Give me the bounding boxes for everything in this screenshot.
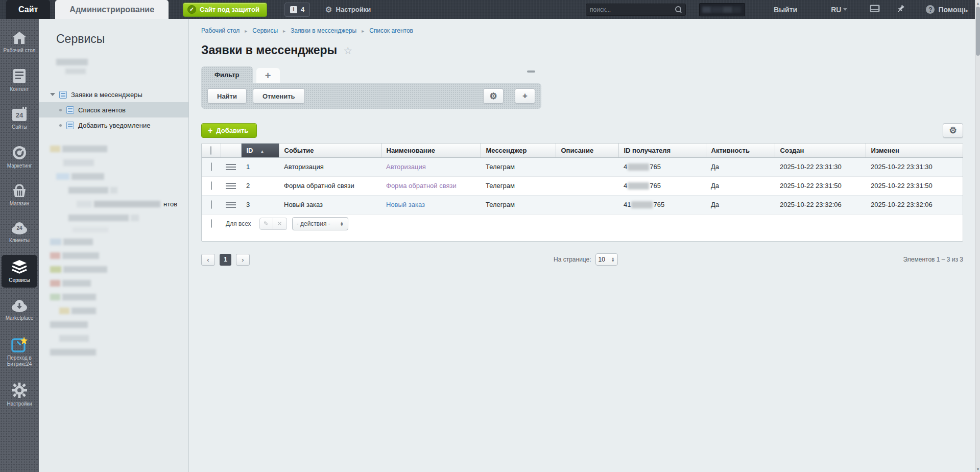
next-page-button[interactable]: › xyxy=(236,254,250,266)
cell-name-link[interactable]: Форма обратной связи xyxy=(386,182,457,190)
row-checkbox[interactable] xyxy=(211,162,212,171)
filter-add-field-button[interactable]: + xyxy=(515,88,535,104)
pin-icon[interactable] xyxy=(896,4,905,15)
row-menu-icon[interactable] xyxy=(226,202,236,208)
delete-button[interactable]: ✕ xyxy=(273,218,287,230)
notifications-button[interactable]: i 4 xyxy=(284,3,310,17)
grid-settings-button[interactable]: ⚙ xyxy=(943,123,963,138)
rail-item-desktop[interactable]: Рабочий стол xyxy=(2,26,37,58)
scroll-down-icon[interactable]: ▼ xyxy=(975,466,980,472)
rail-item-services[interactable]: Сервисы xyxy=(2,255,37,288)
cell-id: 3 xyxy=(241,195,279,214)
cell-event: Форма обратной связи xyxy=(279,176,381,195)
sidebar-title: Сервисы xyxy=(56,32,188,46)
row-checkbox[interactable] xyxy=(211,181,212,190)
row-menu-icon[interactable] xyxy=(226,183,236,189)
vertical-scrollbar[interactable]: ▲ ▼ xyxy=(975,0,980,472)
rail-item-shop[interactable]: Магазин xyxy=(2,179,37,211)
column-header-description[interactable]: Описание xyxy=(556,144,618,157)
rail-item-settings[interactable]: Настройки xyxy=(2,377,37,411)
add-button[interactable]: + Добавить xyxy=(201,123,257,138)
column-header-recipient[interactable]: ID получателя xyxy=(618,144,706,157)
rail-item-marketplace[interactable]: Marketplace xyxy=(2,295,37,325)
top-bar: Сайт Администрирование ✓ Сайт под защито… xyxy=(0,0,980,19)
tree-item-agents[interactable]: Список агентов xyxy=(39,102,188,117)
language-switcher[interactable]: RU xyxy=(831,6,847,14)
breadcrumb-link[interactable]: Заявки в мессенджеры xyxy=(291,27,356,34)
breadcrumb-link[interactable]: Сервисы xyxy=(252,27,278,34)
search-input[interactable] xyxy=(590,6,675,13)
find-button[interactable]: Найти xyxy=(207,88,247,104)
cell-modified: 2025-10-22 23:32:06 xyxy=(866,195,963,214)
for-all-checkbox[interactable] xyxy=(211,219,212,228)
table-row[interactable]: 1 Авторизация Авторизация Телеграм 4765 … xyxy=(202,157,963,176)
filter-tab[interactable]: Фильтр xyxy=(201,66,253,83)
target-icon xyxy=(12,145,27,160)
site-protected-label: Сайт под защитой xyxy=(200,6,259,13)
tree-item-parent[interactable]: Заявки в мессенджеры xyxy=(39,87,188,102)
rail-item-bitrix24[interactable]: Переход в Битрикс24 xyxy=(2,332,37,371)
breadcrumb-link[interactable]: Список агентов xyxy=(369,27,413,34)
rail-label: Рабочий стол xyxy=(3,48,37,54)
topbar-settings-label: Настройки xyxy=(336,6,371,13)
cell-created: 2025-10-22 23:31:30 xyxy=(775,157,866,176)
table-row[interactable]: 2 Форма обратной связи Форма обратной св… xyxy=(202,176,963,195)
tree-item-add-notification[interactable]: Добавить уведомление xyxy=(39,117,188,133)
chevron-down-icon[interactable] xyxy=(50,93,55,96)
redacted-number xyxy=(628,163,649,171)
scrollbar-thumb[interactable] xyxy=(976,7,980,56)
data-grid: ID▲ Событие Наименование Мессенджер Опис… xyxy=(201,143,963,242)
actions-select[interactable]: - действия - ▲▼ xyxy=(292,217,348,230)
favorite-star-icon[interactable]: ☆ xyxy=(343,44,352,57)
user-name-redacted[interactable] xyxy=(699,3,745,16)
edit-button[interactable]: ✎ xyxy=(259,218,273,230)
column-header-messenger[interactable]: Мессенджер xyxy=(481,144,556,157)
bullet-icon xyxy=(59,124,62,127)
tab-site[interactable]: Сайт xyxy=(6,0,50,19)
for-all-label: Для всех xyxy=(226,220,251,227)
site-protected-button[interactable]: ✓ Сайт под защитой xyxy=(183,3,267,17)
shield-icon: ✓ xyxy=(187,5,196,14)
rail-item-clients[interactable]: 24 Клиенты xyxy=(2,217,37,248)
menu-doc-icon xyxy=(59,91,67,99)
topbar-search[interactable] xyxy=(586,4,686,16)
table-row[interactable]: 3 Новый заказ Новый заказ Телеграм 41765… xyxy=(202,195,963,214)
column-header-created[interactable]: Создан xyxy=(775,144,866,157)
column-header-modified[interactable]: Изменен xyxy=(866,144,963,157)
cell-event: Авторизация xyxy=(279,157,381,176)
search-icon[interactable] xyxy=(675,6,682,13)
column-header-active[interactable]: Активность xyxy=(706,144,775,157)
hotkeys-icon[interactable] xyxy=(870,5,880,14)
column-header-name[interactable]: Наименование xyxy=(381,144,481,157)
scroll-up-icon[interactable]: ▲ xyxy=(975,0,980,6)
basket-icon xyxy=(11,184,28,198)
cancel-button[interactable]: Отменить xyxy=(253,88,305,104)
row-checkbox[interactable] xyxy=(211,200,212,209)
prev-page-button[interactable]: ‹ xyxy=(201,254,215,266)
current-page[interactable]: 1 xyxy=(220,254,231,266)
cell-name-link[interactable]: Новый заказ xyxy=(386,201,425,208)
add-filter-tab-button[interactable]: + xyxy=(256,68,280,83)
select-all-checkbox[interactable] xyxy=(210,146,211,155)
rail-item-sites[interactable]: 24 Сайты xyxy=(2,103,37,134)
rail-label: Сервисы xyxy=(8,277,31,284)
cell-id: 1 xyxy=(241,157,279,176)
bitrix24-icon xyxy=(11,336,28,352)
help-button[interactable]: ? Помощь xyxy=(926,5,968,14)
pagination: ‹ 1 › На странице: 10 ▲▼ Элементов 1 – 3… xyxy=(201,253,963,266)
row-menu-icon[interactable] xyxy=(226,164,236,170)
cell-messenger: Телеграм xyxy=(481,195,556,214)
rail-item-content[interactable]: Контент xyxy=(2,64,37,97)
collapse-filter-icon[interactable] xyxy=(527,70,535,73)
tab-admin[interactable]: Администрирование xyxy=(55,0,169,19)
per-page-select[interactable]: 10 ▲▼ xyxy=(595,253,618,266)
filter-settings-button[interactable]: ⚙ xyxy=(483,88,504,104)
cell-name-link[interactable]: Авторизация xyxy=(386,163,426,171)
tree-child-label: Список агентов xyxy=(78,106,126,114)
column-header-id[interactable]: ID▲ xyxy=(241,144,279,157)
topbar-settings-button[interactable]: ⚙ Настройки xyxy=(325,6,371,13)
breadcrumb-link[interactable]: Рабочий стол xyxy=(201,27,240,34)
rail-item-marketing[interactable]: Маркетинг xyxy=(2,140,37,173)
column-header-event[interactable]: Событие xyxy=(279,144,381,157)
logout-link[interactable]: Выйти xyxy=(774,6,797,14)
